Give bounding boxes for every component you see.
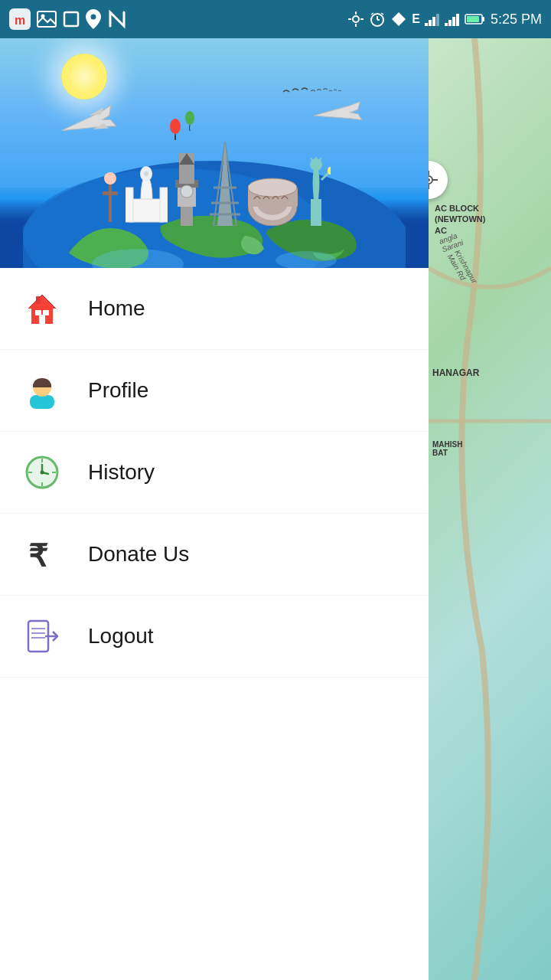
history-label: History <box>88 460 155 485</box>
svg-line-15 <box>381 13 383 15</box>
svg-point-5 <box>91 15 96 20</box>
location-icon <box>86 9 101 29</box>
nav-menu: Home Profile <box>0 268 429 980</box>
sun <box>61 54 107 100</box>
svg-line-14 <box>371 13 373 15</box>
svg-rect-22 <box>448 20 452 26</box>
svg-rect-45 <box>109 180 112 222</box>
svg-rect-26 <box>482 17 484 21</box>
balloon-red <box>168 119 182 145</box>
svg-point-40 <box>185 111 194 125</box>
svg-point-58 <box>181 185 193 198</box>
m-icon: m <box>9 8 31 30</box>
svg-rect-48 <box>129 199 164 222</box>
svg-rect-80 <box>30 395 54 409</box>
logout-label: Logout <box>88 624 154 648</box>
history-icon-container <box>23 453 61 492</box>
status-bar: m <box>0 0 551 38</box>
svg-rect-50 <box>126 188 133 222</box>
svg-text:m: m <box>15 14 25 27</box>
map-label-hanagar: HANAGAR <box>432 368 479 378</box>
image-icon <box>37 11 57 28</box>
nav-item-history[interactable]: History <box>0 432 429 514</box>
svg-marker-16 <box>392 12 406 26</box>
square-icon <box>63 11 80 28</box>
svg-point-29 <box>429 178 430 181</box>
svg-rect-23 <box>452 17 455 26</box>
profile-label: Profile <box>88 378 148 403</box>
n-icon <box>107 9 127 29</box>
svg-line-73 <box>320 158 321 160</box>
crosshair-icon <box>429 169 439 191</box>
profile-icon <box>24 372 60 409</box>
svg-rect-51 <box>160 188 168 222</box>
wifi-icon <box>390 11 407 28</box>
history-icon <box>24 454 60 491</box>
alarm-icon <box>369 11 386 28</box>
battery-icon <box>465 12 486 26</box>
svg-point-47 <box>104 172 116 185</box>
plane2 <box>313 101 368 129</box>
nav-item-home[interactable]: Home <box>0 268 429 350</box>
svg-line-74 <box>321 172 329 180</box>
map-background: AC BLOCK(NEWTOWN)AC HANAGAR MAHISH BAT a… <box>429 38 551 980</box>
status-time: 5:25 PM <box>491 11 542 28</box>
svg-rect-19 <box>432 17 435 26</box>
network-e-icon: E <box>412 12 420 26</box>
svg-rect-20 <box>436 14 439 26</box>
home-icon <box>24 290 60 327</box>
rupee-icon: ₹ <box>24 536 60 573</box>
signal2-icon <box>445 12 460 26</box>
svg-rect-18 <box>429 20 432 26</box>
nav-item-donate[interactable]: ₹ Donate Us <box>0 514 429 596</box>
gps-icon <box>347 11 364 28</box>
hero-image <box>0 38 429 268</box>
map-label-ac-block: AC BLOCK(NEWTOWN)AC <box>435 203 485 236</box>
svg-rect-79 <box>43 310 49 315</box>
svg-rect-24 <box>456 14 459 26</box>
svg-point-6 <box>353 16 359 22</box>
svg-rect-4 <box>64 12 78 26</box>
svg-rect-78 <box>35 310 41 315</box>
svg-rect-69 <box>311 199 321 226</box>
svg-point-39 <box>170 119 181 134</box>
svg-point-52 <box>144 172 148 176</box>
map-label-mahish: MAHISH BAT <box>432 440 462 457</box>
svg-rect-82 <box>33 384 51 387</box>
status-bar-right: E 5:25 PM <box>347 11 542 28</box>
drawer: Home Profile <box>0 38 429 980</box>
svg-rect-21 <box>445 23 448 26</box>
svg-rect-17 <box>425 23 428 26</box>
svg-point-90 <box>41 471 44 475</box>
nav-item-profile[interactable]: Profile <box>0 350 429 432</box>
status-bar-left: m <box>9 8 127 30</box>
home-label: Home <box>88 296 145 321</box>
home-icon-container <box>23 289 61 328</box>
svg-text:₹: ₹ <box>28 539 48 573</box>
signal1-icon <box>425 12 440 26</box>
svg-rect-27 <box>467 16 479 22</box>
landmarks <box>31 142 398 226</box>
birds <box>283 84 344 103</box>
logout-icon <box>24 618 60 655</box>
svg-point-68 <box>248 178 297 197</box>
profile-icon-container <box>23 371 61 410</box>
nav-item-logout[interactable]: Logout <box>0 596 429 678</box>
balloon-green <box>184 111 196 136</box>
logout-icon-container <box>23 617 61 655</box>
svg-rect-46 <box>103 191 118 195</box>
donate-label: Donate Us <box>88 542 189 567</box>
svg-line-72 <box>311 158 312 160</box>
donate-icon-container: ₹ <box>23 535 61 573</box>
